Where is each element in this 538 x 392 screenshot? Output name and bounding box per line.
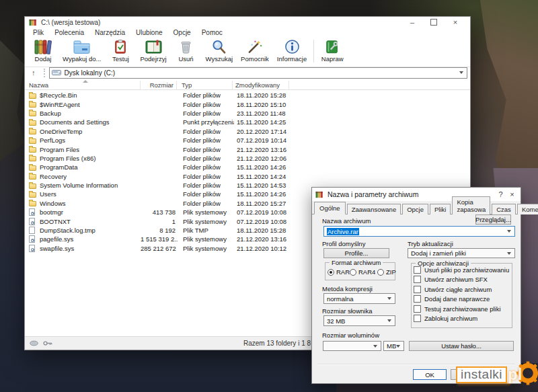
- table-row[interactable]: RecoveryFolder plików15.11.2020 14:24: [25, 172, 470, 181]
- table-row[interactable]: $WinREAgentFolder plików18.11.2020 15:10: [25, 100, 470, 108]
- checkbox-lock-archive[interactable]: Zablokuj archiwum: [414, 315, 477, 322]
- table-row[interactable]: PerfLogsFolder plików07.12.2019 10:14: [25, 136, 470, 145]
- chevron-down-icon[interactable]: [387, 319, 391, 322]
- test-button[interactable]: Testuj: [105, 38, 136, 63]
- title-bar[interactable]: C:\ (wersja testowa) – ×: [25, 17, 470, 28]
- tab-komentarz[interactable]: Komentarz: [517, 204, 538, 214]
- update-mode-label: Tryb aktualizacji: [408, 240, 453, 247]
- maximize-button[interactable]: [423, 17, 445, 28]
- radio-rar[interactable]: RAR: [328, 268, 350, 276]
- wallpaper-rock-left: [0, 40, 24, 161]
- help-button[interactable]: ?: [495, 190, 506, 198]
- close-button[interactable]: ×: [445, 17, 466, 28]
- table-row[interactable]: OneDriveTempFolder plików20.12.2020 17:1…: [25, 127, 470, 136]
- column-header-size[interactable]: Rozmiar: [141, 81, 177, 89]
- column-header-modified[interactable]: Zmodyfikowany: [233, 81, 289, 89]
- file-type: Folder plików: [178, 128, 234, 135]
- view-button[interactable]: Podejrzyj: [136, 38, 170, 63]
- compression-label: Metoda kompresji: [322, 285, 373, 292]
- volume-size-combobox[interactable]: [323, 341, 381, 351]
- menu-ulubione[interactable]: Ulubione: [130, 29, 167, 36]
- file-type: Plik systemowy: [178, 235, 234, 243]
- chevron-down-icon[interactable]: [459, 71, 463, 74]
- instalki-watermark: instalki pl: [456, 365, 522, 384]
- tab-ogolne[interactable]: Ogólne: [314, 202, 346, 214]
- checkbox-icon: [414, 295, 421, 303]
- volume-unit-combobox[interactable]: MB: [383, 341, 404, 351]
- table-row[interactable]: Documents and SettingsPunkt przyłączenia…: [25, 118, 470, 126]
- file-name: $Recycle.Bin: [40, 91, 141, 99]
- menu-polecenia[interactable]: Polecenia: [49, 29, 89, 36]
- tab-pliki[interactable]: Pliki: [430, 204, 451, 214]
- table-row[interactable]: BackupFolder plików23.11.2020 11:48: [25, 109, 470, 118]
- file-type: Folder plików: [178, 101, 234, 108]
- chevron-down-icon[interactable]: [507, 230, 511, 233]
- winrar-app-icon: [29, 19, 37, 26]
- info-button[interactable]: Informacje: [273, 38, 311, 63]
- file-modified: 15.11.2020 14:24: [234, 173, 470, 180]
- column-header-type[interactable]: Typ: [177, 81, 233, 89]
- menu-pomoc[interactable]: Pomoc: [196, 29, 228, 36]
- tab-czas[interactable]: Czas: [492, 204, 516, 214]
- checkbox-recovery-record[interactable]: Dodaj dane naprawcze: [414, 295, 490, 303]
- folder-icon: [29, 192, 36, 198]
- add-button[interactable]: Dodaj: [28, 38, 59, 63]
- table-row[interactable]: Program Files (x86)Folder plików21.12.20…: [25, 154, 470, 163]
- dialog-tabs: Ogólne Zaawansowane Opcje Pliki Kopia za…: [312, 202, 521, 214]
- chevron-down-icon[interactable]: [396, 345, 400, 348]
- compression-combobox[interactable]: normalna: [323, 293, 395, 304]
- file-modified: 23.11.2020 11:48: [234, 110, 470, 117]
- table-row[interactable]: Program FilesFolder plików21.12.2020 13:…: [25, 145, 470, 153]
- archive-dialog: Nazwa i parametry archiwum ? × Ogólne Za…: [311, 187, 521, 384]
- address-combobox[interactable]: Dysk lokalny (C:): [49, 67, 468, 79]
- file-name: bootmgr: [40, 208, 141, 216]
- checkbox-icon: [414, 305, 421, 313]
- checkbox-icon: [414, 276, 421, 283]
- wizard-button[interactable]: Pomocnik: [237, 38, 273, 63]
- minimize-button[interactable]: –: [401, 17, 423, 28]
- dialog-close-button[interactable]: ×: [506, 190, 518, 198]
- file-name: pagefile.sys: [40, 235, 141, 243]
- file-modified: 07.12.2019 10:14: [234, 136, 470, 144]
- checkbox-solid-archive[interactable]: Utwórz ciągłe archiwum: [414, 286, 492, 293]
- chevron-down-icon[interactable]: [507, 252, 511, 255]
- delete-button[interactable]: Usuń: [171, 38, 202, 63]
- folder-icon: [29, 201, 36, 206]
- folder-icon: [29, 111, 36, 116]
- set-password-button[interactable]: Ustaw hasło...: [409, 341, 514, 351]
- archive-name-value: Archive.rar: [327, 228, 359, 235]
- profile-button[interactable]: Profile...: [323, 248, 389, 258]
- file-name: Backup: [40, 110, 141, 117]
- table-row[interactable]: $Recycle.BinFolder plików18.11.2020 15:2…: [25, 91, 470, 100]
- checkbox-test-archived[interactable]: Testuj zarchiwizowane pliki: [414, 305, 501, 313]
- search-button[interactable]: Wyszukaj: [202, 38, 237, 63]
- volume-size-label: Rozmiar woluminów: [322, 331, 379, 339]
- ok-button[interactable]: OK: [413, 369, 447, 380]
- extract-button[interactable]: Wypakuj do...: [59, 38, 105, 63]
- tab-kopia-zapasowa[interactable]: Kopia zapasowa: [452, 196, 490, 214]
- menu-opcje[interactable]: Opcje: [168, 29, 196, 36]
- menu-plik[interactable]: Plik: [28, 29, 49, 36]
- dictionary-combobox[interactable]: 32 MB: [323, 315, 395, 326]
- radio-zip[interactable]: ZIP: [377, 268, 396, 276]
- browse-button[interactable]: Przeglądaj...: [475, 214, 511, 225]
- checkbox-delete-after-archive[interactable]: Usuń pliki po zarchiwizowaniu: [414, 266, 509, 274]
- chevron-down-icon[interactable]: [373, 345, 377, 348]
- folder-icon: [29, 102, 36, 108]
- chevron-down-icon[interactable]: [387, 297, 391, 300]
- test-clipboard-icon: [113, 39, 128, 54]
- radio-rar4[interactable]: RAR4: [350, 268, 375, 276]
- tab-opcje[interactable]: Opcje: [402, 204, 428, 214]
- checkbox-create-sfx[interactable]: Utwórz archiwum SFX: [414, 276, 488, 283]
- file-size: 8 192: [141, 227, 178, 234]
- up-arrow-icon[interactable]: ↑: [32, 69, 36, 77]
- archive-name-combobox[interactable]: Archive.rar: [323, 226, 515, 237]
- tab-zaawansowane[interactable]: Zaawansowane: [347, 204, 401, 214]
- table-row[interactable]: ProgramDataFolder plików15.11.2020 14:26: [25, 163, 470, 171]
- menu-narzedzia[interactable]: Narzędzia: [89, 29, 130, 36]
- repair-button[interactable]: Napraw: [317, 38, 348, 63]
- folder-icon: [29, 147, 36, 153]
- file-modified: 21.12.2020 12:06: [234, 155, 470, 162]
- file-type: Plik systemowy: [178, 218, 234, 225]
- update-mode-combobox[interactable]: Dodaj i zamień pliki: [408, 248, 515, 258]
